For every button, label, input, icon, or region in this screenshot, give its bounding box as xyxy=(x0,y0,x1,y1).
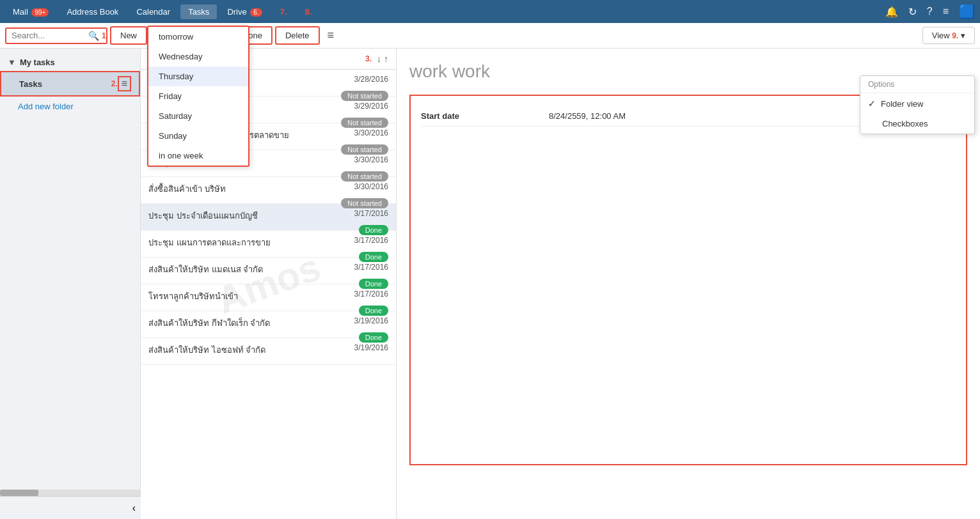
sidebar-arrow-icon: ▼ xyxy=(8,58,16,67)
start-date-value: 8/24/2559, 12:00 AM xyxy=(549,111,626,121)
nav-mail[interactable]: Mail 99+ xyxy=(5,4,56,19)
status-badge: Not started xyxy=(341,171,388,182)
due-option-in-one-week[interactable]: in one week xyxy=(148,146,248,166)
detail-box: Start date 8/24/2559, 12:00 AM xyxy=(409,95,967,465)
view-option-folder[interactable]: ✓ Folder view xyxy=(860,93,974,114)
bell-icon[interactable]: 🔔 xyxy=(885,6,898,18)
delete-button[interactable]: Delete xyxy=(275,26,320,45)
search-icon[interactable]: 🔍 xyxy=(88,31,99,41)
status-badge: Not started xyxy=(341,198,388,208)
status-badge: Done xyxy=(359,332,388,343)
status-badge: Not started xyxy=(341,144,388,155)
due-option-wednesday[interactable]: Wednesday xyxy=(148,47,248,66)
sidebar-my-tasks[interactable]: ▼ My tasks xyxy=(0,54,140,71)
status-badge: Not started xyxy=(341,118,388,128)
new-button[interactable]: New xyxy=(110,26,147,45)
status-badge: Done xyxy=(359,279,388,289)
search-box: 🔍 1. xyxy=(5,27,107,44)
sidebar-collapse-icon[interactable]: ‹ xyxy=(132,502,136,514)
task-item[interactable]: ส่งสินค้าให้บริษัท แมดเนส จำกัด 3/17/201… xyxy=(141,258,396,284)
drive-badge: 6. xyxy=(250,8,262,17)
due-option-sunday[interactable]: Sunday xyxy=(148,126,248,146)
start-date-label: Start date xyxy=(421,111,549,121)
refresh-icon[interactable]: ↻ xyxy=(908,6,917,18)
help-icon[interactable]: ? xyxy=(927,6,933,17)
due-dropdown: tomorrow Wednesday Thursday Friday Satur… xyxy=(147,26,249,167)
status-badge: Done xyxy=(359,252,388,262)
sidebar-tasks-row: Tasks 2. ≡ xyxy=(0,71,140,97)
folder-view-check: ✓ xyxy=(868,98,876,109)
nav-address-book[interactable]: Address Book xyxy=(59,4,126,19)
due-option-friday[interactable]: Friday xyxy=(148,86,248,106)
add-folder-link[interactable]: Add new folder xyxy=(0,97,140,116)
top-navigation: Mail 99+ Address Book Calendar Tasks Dri… xyxy=(0,0,980,23)
sidebar: ▼ My tasks Tasks 2. ≡ Add new folder ‹ xyxy=(0,49,141,519)
sidebar-bottom: ‹ xyxy=(0,496,141,519)
due-option-saturday[interactable]: Saturday xyxy=(148,106,248,126)
task-item[interactable]: ส่งสินค้าให้บริษัท ไอซอฟท์ จำกัด 3/19/20… xyxy=(141,338,396,365)
nav-item-7[interactable]: 7. xyxy=(273,4,295,19)
sidebar-scrollbar[interactable] xyxy=(0,490,141,496)
menu-icon[interactable]: ≡ xyxy=(943,6,949,17)
sort-icons[interactable]: ↓ ↑ xyxy=(377,54,388,64)
task-item[interactable]: ประชุม แผนการตลาดและการขาย 3/17/2016 Don… xyxy=(141,231,396,258)
nav-drive[interactable]: Drive 6. xyxy=(219,4,269,19)
due-option-thursday[interactable]: Thursday xyxy=(148,66,248,86)
due-option-tomorrow[interactable]: tomorrow xyxy=(148,27,248,47)
status-badge: Done xyxy=(359,225,388,235)
view-option-checkboxes[interactable]: Checkboxes xyxy=(860,114,974,134)
app-icon[interactable]: 🟦 xyxy=(959,4,975,19)
status-badge: Not started xyxy=(341,91,388,101)
view-dropdown: Options ✓ Folder view Checkboxes xyxy=(860,75,975,134)
view-area: View 9. ▾ Options ✓ Folder view Checkbox… xyxy=(922,27,975,44)
mail-badge: 99+ xyxy=(31,8,49,17)
task-item[interactable]: โทรหาลูกค้าบริษัทนำเข้า 3/17/2016 Done xyxy=(141,284,396,311)
status-badge: Done xyxy=(359,306,388,316)
hamburger-button[interactable]: ≡ xyxy=(322,26,340,45)
sidebar-scrollbar-thumb xyxy=(0,490,38,496)
nav-calendar[interactable]: Calendar xyxy=(129,4,178,19)
sort-down-icon[interactable]: ↓ xyxy=(377,54,381,64)
sidebar-menu-icon[interactable]: ≡ xyxy=(118,76,131,91)
view-button[interactable]: View 9. ▾ xyxy=(922,27,975,44)
nav-item-8[interactable]: 8. xyxy=(297,4,320,19)
nav-tasks[interactable]: Tasks xyxy=(180,4,217,19)
search-input[interactable] xyxy=(12,31,88,40)
sort-up-icon[interactable]: ↑ xyxy=(384,54,388,64)
view-dropdown-header: Options xyxy=(860,76,974,93)
toolbar: 🔍 1. New Edit Due ▾ Done Delete ≡ tomorr… xyxy=(0,23,980,49)
task-item[interactable]: ส่งสินค้าให้บริษัท กีฬาใดเร็ก จำกัด 3/19… xyxy=(141,311,396,338)
nav-right-icons: 🔔 ↻ ? ≡ 🟦 xyxy=(885,4,975,19)
